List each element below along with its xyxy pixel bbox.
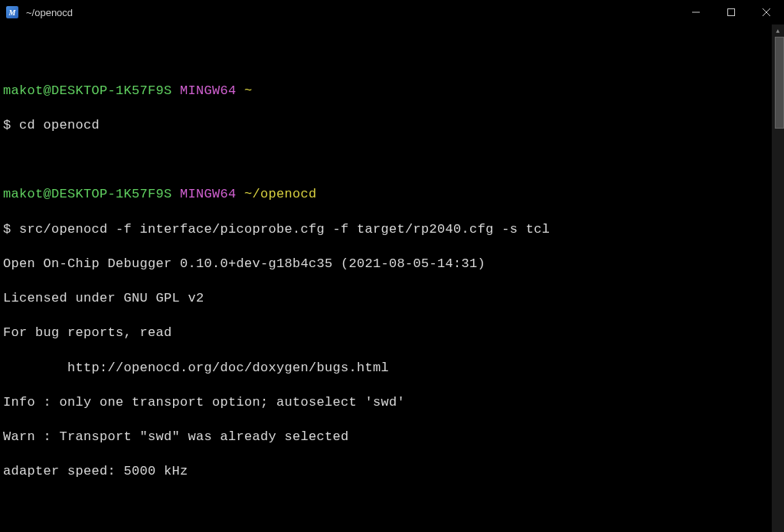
output-line: adapter speed: 5000 kHz (3, 463, 769, 481)
svg-rect-1 (728, 9, 735, 16)
terminal-content[interactable]: makot@DESKTOP-1K57F9S MINGW64 ~ $ cd ope… (0, 24, 772, 532)
window-title: ~/openocd (24, 7, 678, 18)
output-line: For bug reports, read (3, 325, 769, 342)
prompt-user: makot@DESKTOP-1K57F9S (3, 83, 172, 98)
minimize-button[interactable] (678, 0, 714, 24)
prompt-path: ~/openocd (244, 187, 317, 201)
output-line: Open On-Chip Debugger 0.10.0+dev-g18b4c3… (3, 256, 769, 273)
output-line: Licensed under GNU GPL v2 (3, 290, 769, 308)
prompt-env: MINGW64 (180, 83, 237, 98)
scrollbar-thumb[interactable] (775, 37, 784, 129)
output-line: Info : only one transport option; autose… (3, 394, 769, 412)
prompt-env: MINGW64 (180, 187, 237, 201)
command-line: $ src/openocd -f interface/picoprobe.cfg… (3, 221, 769, 239)
output-line: Warn : Transport "swd" was already selec… (3, 429, 769, 446)
window-controls (678, 0, 784, 24)
app-icon-letter: M (6, 6, 18, 18)
command-text: src/openocd -f interface/picoprobe.cfg -… (19, 222, 550, 237)
output-line: http://openocd.org/doc/doxygen/bugs.html (3, 360, 769, 377)
prompt-dollar: $ (3, 118, 11, 132)
prompt-line: makot@DESKTOP-1K57F9S MINGW64 ~/openocd (3, 186, 769, 204)
terminal-area: makot@DESKTOP-1K57F9S MINGW64 ~ $ cd ope… (0, 24, 784, 532)
maximize-button[interactable] (714, 0, 749, 24)
titlebar[interactable]: M ~/openocd (0, 0, 784, 24)
prompt-path: ~ (244, 83, 253, 98)
prompt-user: makot@DESKTOP-1K57F9S (3, 187, 172, 201)
prompt-dollar: $ (3, 222, 11, 237)
empty-line (3, 152, 769, 169)
command-line: $ cd openocd (3, 117, 769, 135)
prompt-line: makot@DESKTOP-1K57F9S MINGW64 ~ (3, 83, 769, 100)
empty-line (3, 48, 769, 66)
close-button[interactable] (749, 0, 784, 24)
command-text: cd openocd (19, 118, 100, 132)
scrollbar[interactable]: ▲ (772, 24, 784, 532)
output-line (3, 498, 769, 515)
app-icon: M (0, 0, 24, 24)
scrollbar-arrow-up-icon[interactable]: ▲ (772, 24, 784, 37)
